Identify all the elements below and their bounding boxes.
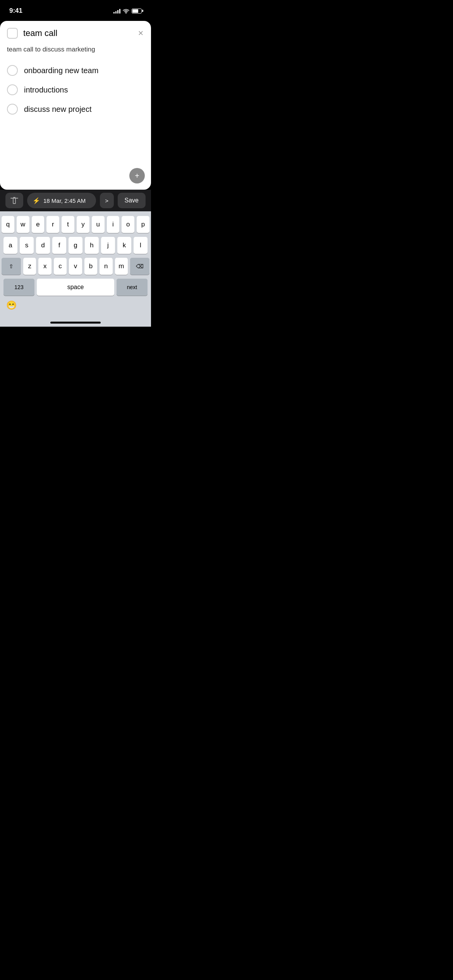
todo-list: onboarding new team introductions discus… (0, 61, 151, 118)
next-arrow-button[interactable]: > (100, 193, 114, 208)
key-q[interactable]: q (2, 216, 14, 233)
clear-button[interactable]: ✕ (135, 28, 146, 39)
home-indicator (50, 322, 101, 324)
delete-key[interactable]: ⌫ (130, 258, 149, 275)
save-button[interactable]: Save (118, 193, 146, 208)
key-c[interactable]: c (54, 258, 67, 275)
key-z[interactable]: z (23, 258, 36, 275)
home-area (0, 314, 151, 327)
key-j[interactable]: j (101, 237, 115, 254)
trash-button[interactable] (5, 193, 23, 208)
todo-item-1[interactable]: onboarding new team (7, 61, 144, 80)
todo-label-3: discuss new project (24, 105, 92, 114)
space-key[interactable]: space (37, 279, 114, 296)
todo-label-1: onboarding new team (24, 66, 98, 75)
key-g[interactable]: g (69, 237, 82, 254)
lightning-icon: ⚡ (33, 197, 40, 204)
keyboard-row-1: q w e r t y u i o p (2, 216, 149, 233)
date-pill[interactable]: ⚡ 18 Mar, 2:45 AM (27, 193, 96, 208)
add-icon: + (135, 172, 139, 180)
signal-icon (113, 8, 120, 14)
toolbar: ⚡ 18 Mar, 2:45 AM > Save (0, 190, 151, 211)
key-w[interactable]: w (17, 216, 29, 233)
keyboard-row-4: 123 space next (2, 279, 149, 296)
key-t[interactable]: t (62, 216, 74, 233)
todo-checkbox-2[interactable] (7, 84, 18, 95)
subtitle: team call to discuss marketing (0, 44, 151, 61)
key-s[interactable]: s (20, 237, 34, 254)
key-l[interactable]: l (134, 237, 148, 254)
keyboard-row-2: a s d f g h j k l (2, 237, 149, 254)
key-o[interactable]: o (122, 216, 134, 233)
todo-item-2[interactable]: introductions (7, 81, 144, 99)
key-p[interactable]: p (137, 216, 149, 233)
key-k[interactable]: k (117, 237, 131, 254)
key-v[interactable]: v (69, 258, 82, 275)
title-row: ✕ (0, 21, 151, 44)
key-d[interactable]: d (36, 237, 50, 254)
key-e[interactable]: e (32, 216, 45, 233)
shift-key[interactable]: ⇧ (2, 258, 21, 275)
next-key[interactable]: next (117, 279, 148, 296)
bottom-bar: 😁 (0, 298, 151, 314)
date-text: 18 Mar, 2:45 AM (43, 197, 86, 204)
save-label: Save (125, 197, 139, 204)
add-item-button[interactable]: + (129, 168, 145, 183)
arrow-icon: > (105, 197, 108, 204)
todo-item-3[interactable]: discuss new project (7, 100, 144, 118)
wifi-icon (123, 9, 129, 14)
status-bar: 9:41 (0, 0, 151, 19)
key-b[interactable]: b (84, 258, 97, 275)
todo-checkbox-1[interactable] (7, 65, 18, 76)
key-a[interactable]: a (3, 237, 17, 254)
main-card: ✕ team call to discuss marketing onboard… (0, 21, 151, 190)
key-x[interactable]: x (38, 258, 51, 275)
status-icons (113, 8, 142, 14)
key-r[interactable]: r (46, 216, 59, 233)
todo-checkbox-3[interactable] (7, 104, 18, 115)
trash-icon (10, 196, 18, 205)
keyboard: q w e r t y u i o p a s d f g h j k l ⇧ … (0, 211, 151, 298)
battery-icon (132, 9, 142, 14)
key-y[interactable]: y (77, 216, 89, 233)
title-input[interactable] (23, 28, 130, 38)
key-f[interactable]: f (52, 237, 66, 254)
keyboard-row-3: ⇧ z x c v b n m ⌫ (2, 258, 149, 275)
todo-label-2: introductions (24, 86, 68, 94)
svg-point-0 (125, 12, 127, 13)
key-n[interactable]: n (100, 258, 112, 275)
title-checkbox[interactable] (7, 28, 18, 39)
numbers-key[interactable]: 123 (3, 279, 34, 296)
key-h[interactable]: h (85, 237, 99, 254)
status-time: 9:41 (9, 7, 22, 15)
emoji-button[interactable]: 😁 (6, 300, 17, 310)
key-m[interactable]: m (115, 258, 128, 275)
key-u[interactable]: u (92, 216, 105, 233)
key-i[interactable]: i (107, 216, 120, 233)
